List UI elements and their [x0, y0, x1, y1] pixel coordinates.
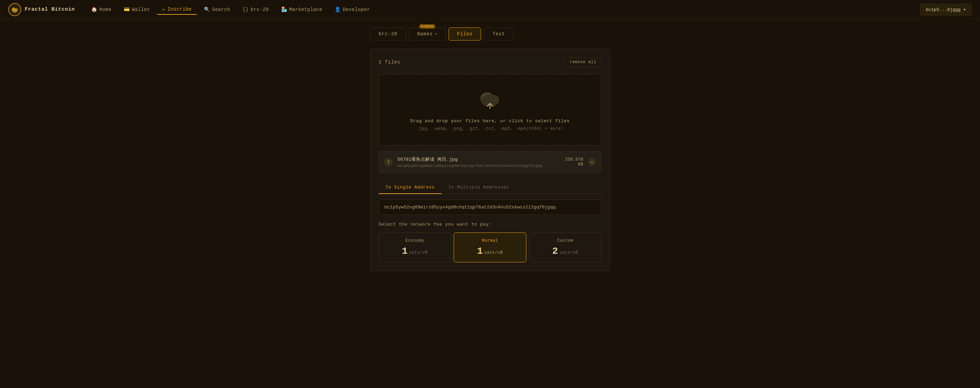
addr-tab-single[interactable]: To Single Address — [379, 181, 442, 194]
nav-home-label: Home — [99, 7, 111, 12]
tab-files-label: Files — [457, 31, 473, 37]
file-remove-button[interactable]: ✕ — [588, 158, 596, 166]
file-name: 56781看热点解读 拷贝.jpg — [398, 156, 560, 163]
container: brc-20 5-byte Names ▾ Files Text 1 files… — [370, 27, 610, 271]
fee-economy-rate: 1 sats/vB — [384, 246, 445, 257]
wallet-icon: 💳 — [124, 6, 130, 12]
fee-label: Select the network fee you want to pay: — [379, 222, 601, 227]
nav-inscribe-label: Inscribe — [167, 6, 192, 12]
inscribe-icon: ✏️ — [162, 6, 165, 12]
drop-zone[interactable]: Drag and drop your files here, or click … — [379, 74, 601, 145]
file-size-number: 256.970 — [565, 157, 583, 162]
fee-custom-rate: 2 sats/vB — [535, 246, 596, 257]
upload-icon-wrap — [478, 88, 502, 113]
tab-text-label: Text — [492, 31, 505, 37]
fee-custom-unit: sats/vB — [559, 250, 578, 255]
wallet-address-text: bc1p5...0jggg ▾ — [926, 7, 966, 12]
logo-area[interactable]: Fractal Bitcoin — [8, 3, 75, 16]
nav-search[interactable]: 🔍 Search — [199, 5, 235, 14]
wallet-address-button[interactable]: bc1p5...0jggg ▾ — [920, 4, 972, 16]
brc20-icon: {} — [242, 7, 248, 12]
fee-custom-number: 2 — [552, 246, 558, 257]
names-badge: 5-byte — [419, 24, 435, 29]
developer-icon: 👤 — [335, 6, 340, 12]
file-item: 1 56781看热点解读 拷贝.jpg bc1p5yw52vg69mlrs95y… — [379, 151, 601, 173]
fee-normal-type: Normal — [460, 238, 520, 243]
navbar: Fractal Bitcoin 🏠 Home 💳 Wallet ✏️ Inscr… — [0, 0, 980, 19]
fee-normal-number: 1 — [477, 246, 483, 257]
fee-normal-rate: 1 sats/vB — [460, 246, 520, 257]
file-size-unit: KB — [578, 162, 583, 167]
address-input[interactable] — [379, 200, 601, 215]
file-section: 1 files remove all Drag and drop your fi… — [370, 49, 610, 271]
nav-developer-label: Developer — [343, 7, 370, 12]
tab-text[interactable]: Text — [484, 27, 513, 40]
file-info: 56781看热点解读 拷贝.jpg bc1p5yw52vg69mlrs95yyx… — [398, 156, 560, 168]
nav-wallet-label: Wallet — [132, 7, 150, 12]
fee-economy-type: Economy — [384, 238, 445, 243]
tab-brc20-label: brc-20 — [379, 31, 398, 37]
file-number: 1 — [384, 158, 393, 166]
nav-marketplace[interactable]: 🏪 Marketplace — [276, 5, 328, 14]
drop-zone-formats: .jpg, .webp, .png, .gif, .txt, .mp3, .mp… — [388, 126, 592, 131]
fee-economy-number: 1 — [402, 246, 408, 257]
nav-home[interactable]: 🏠 Home — [86, 5, 117, 14]
nav-wallet[interactable]: 💳 Wallet — [118, 5, 155, 14]
address-tabs: To Single Address To Multiple Addresses — [379, 181, 601, 194]
file-count: 1 files — [379, 59, 401, 65]
addr-tab-multiple[interactable]: To Multiple Addresses — [442, 181, 516, 194]
fee-options: Economy 1 sats/vB Normal 1 sats/vB Custo… — [379, 232, 601, 262]
nav-brc20[interactable]: {} brc-20 — [237, 5, 274, 14]
nav-brc20-label: brc-20 — [251, 7, 269, 12]
brand-name: Fractal Bitcoin — [25, 6, 75, 12]
nav-search-label: Search — [212, 7, 230, 12]
tab-brc20[interactable]: brc-20 — [370, 27, 406, 40]
nav-developer[interactable]: 👤 Developer — [329, 5, 375, 14]
fee-normal[interactable]: Normal 1 sats/vB — [453, 232, 526, 262]
fee-economy[interactable]: Economy 1 sats/vB — [379, 232, 451, 262]
main-content: brc-20 5-byte Names ▾ Files Text 1 files… — [0, 19, 980, 279]
logo-icon — [8, 3, 21, 16]
upload-cloud-icon — [478, 88, 502, 113]
file-header: 1 files remove all — [379, 57, 601, 67]
fee-normal-unit: sats/vB — [484, 250, 503, 255]
drop-zone-main-text: Drag and drop your files here, or click … — [388, 118, 592, 124]
file-address: bc1p5yw52vg69mlrs95yyx4gd9chqt1qp76at2d3… — [398, 164, 560, 168]
fee-economy-unit: sats/vB — [409, 250, 428, 255]
nav-marketplace-label: Marketplace — [289, 7, 322, 12]
nav-items: 🏠 Home 💳 Wallet ✏️ Inscribe 🔍 Search {} … — [86, 4, 920, 15]
search-icon: 🔍 — [204, 6, 210, 12]
inscription-tabs: brc-20 5-byte Names ▾ Files Text — [370, 27, 610, 40]
tab-names[interactable]: 5-byte Names ▾ — [409, 27, 446, 40]
fee-custom[interactable]: Custom 2 sats/vB — [529, 232, 601, 262]
tab-files[interactable]: Files — [449, 27, 481, 40]
fee-custom-type: Custom — [535, 238, 596, 243]
names-chevron-icon: ▾ — [435, 32, 437, 36]
tab-names-label: Names — [417, 31, 433, 37]
file-size: 256.970 KB — [565, 157, 583, 167]
remove-all-button[interactable]: remove all — [565, 57, 601, 67]
marketplace-icon: 🏪 — [281, 6, 287, 12]
nav-inscribe[interactable]: ✏️ Inscribe — [157, 4, 197, 15]
home-icon: 🏠 — [91, 6, 97, 12]
